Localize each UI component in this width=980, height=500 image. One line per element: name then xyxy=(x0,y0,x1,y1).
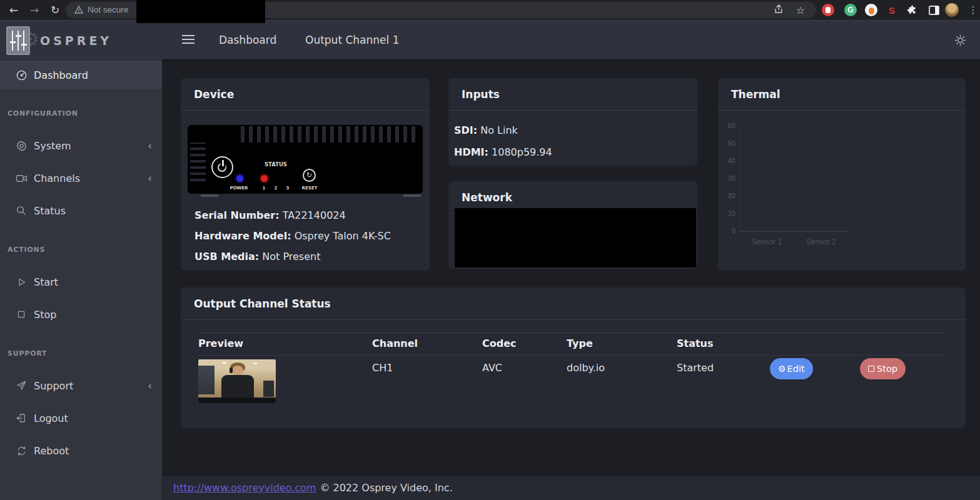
edit-button[interactable]: ⚙ Edit xyxy=(770,358,813,379)
topnav-dashboard-link[interactable]: Dashboard xyxy=(219,21,276,59)
field-label: USB Media: xyxy=(194,251,259,262)
share-icon[interactable] xyxy=(774,3,785,14)
gear-icon xyxy=(15,140,28,152)
url-redaction-box xyxy=(136,0,265,23)
brand-logo[interactable]: ⚙ OSPREY CORE xyxy=(0,21,162,61)
device-foot xyxy=(201,194,218,197)
chevron-left-icon: ‹ xyxy=(148,172,152,184)
output-card-title: Output Channel Status xyxy=(181,288,966,320)
field-label: HDMI: xyxy=(454,146,488,158)
send-icon xyxy=(15,380,28,391)
play-icon xyxy=(15,277,28,288)
field-value: TA22140024 xyxy=(283,209,346,221)
device-card: Device STATUS POWER 1 2 3 ↻ RESET xyxy=(181,78,430,271)
field-value: Not Present xyxy=(262,251,320,262)
output-channel-status-card: Output Channel Status Preview Channel Co… xyxy=(181,288,966,428)
panel-led-number: 1 xyxy=(260,186,268,191)
device-usb-row: USB Media: Not Present xyxy=(194,246,391,267)
extension-seo-icon[interactable]: S xyxy=(886,4,898,16)
footer-copyright: © 2022 Osprey Video, Inc. xyxy=(320,482,452,494)
sidebar-item-reboot[interactable]: Reboot xyxy=(0,436,162,465)
field-label: Serial Number: xyxy=(194,209,280,221)
panel-reset-label: RESET xyxy=(296,186,323,191)
hamburger-menu-icon[interactable] xyxy=(182,35,194,46)
inputs-fields: SDI: No Link HDMI: 1080p59.94 xyxy=(454,119,552,163)
cell-type: dolby.io xyxy=(567,362,605,374)
field-value: No Link xyxy=(480,124,518,136)
y-tick: 60 xyxy=(719,122,735,129)
column-header-channel: Channel xyxy=(372,338,418,349)
device-card-title: Device xyxy=(181,78,430,111)
device-vents xyxy=(241,126,420,142)
content: Device STATUS POWER 1 2 3 ↻ RESET xyxy=(162,61,980,500)
topnav-output-channel-link[interactable]: Output Channel 1 xyxy=(305,21,399,59)
sidebar-item-system[interactable]: System ‹ xyxy=(0,131,162,160)
browser-toolbar: ← → ↻ Not secure ☆ G S ⋮ xyxy=(0,0,980,21)
reboot-icon xyxy=(15,446,28,456)
panel-led-number: 2 xyxy=(272,186,280,191)
screen: ← → ↻ Not secure ☆ G S ⋮ ⚙ OSPR xyxy=(0,0,980,500)
app: ⚙ OSPREY CORE Dashboard Output Channel 1… xyxy=(0,21,980,500)
y-tick: 50 xyxy=(719,139,735,147)
column-header-preview: Preview xyxy=(198,338,243,349)
not-secure-label[interactable]: Not secure xyxy=(88,2,128,18)
sidebar-item-label: Channels xyxy=(34,172,80,184)
device-model-row: Hardware Model: Osprey Talon 4K-SC xyxy=(194,226,391,246)
y-tick: 40 xyxy=(719,157,735,164)
extension-egg-icon[interactable] xyxy=(865,4,877,16)
gear-icon: ⚙ xyxy=(778,364,786,374)
inputs-card: Inputs SDI: No Link HDMI: 1080p59.94 xyxy=(448,78,697,166)
bookmark-star-icon[interactable]: ☆ xyxy=(793,0,808,20)
panel-led-number: 3 xyxy=(284,186,291,191)
extension-adblock-icon[interactable] xyxy=(822,4,834,16)
cell-channel: CH1 xyxy=(372,362,393,374)
power-led-blue xyxy=(236,175,243,182)
browser-profile-avatar[interactable] xyxy=(945,3,959,17)
sidebar-item-label: Status xyxy=(34,205,66,217)
video-camera-icon xyxy=(15,172,28,184)
column-header-status: Status xyxy=(677,338,714,349)
browser-menu-icon[interactable]: ⋮ xyxy=(966,0,980,20)
sidebar-section-support: SUPPORT xyxy=(8,349,47,358)
network-redaction-box xyxy=(455,208,696,268)
edit-button-label: Edit xyxy=(787,364,805,374)
device-foot xyxy=(403,194,421,197)
chevron-left-icon: ‹ xyxy=(148,139,152,152)
stop-square-icon xyxy=(15,309,28,319)
sidebar-item-stop[interactable]: Stop xyxy=(0,300,162,329)
device-serial-row: Serial Number: TA22140024 xyxy=(194,205,391,226)
sidebar-section-configuration: CONFIGURATION xyxy=(8,109,78,118)
stop-button[interactable]: Stop xyxy=(860,358,906,379)
network-card: Network I : xyxy=(448,181,697,269)
extensions-puzzle-icon[interactable] xyxy=(906,4,918,16)
device-reset-button-icon: ↻ xyxy=(303,169,316,182)
forward-icon[interactable]: → xyxy=(27,0,42,20)
search-icon xyxy=(15,205,28,216)
sidebar-item-logout[interactable]: Logout xyxy=(0,404,162,432)
field-value: 1080p59.94 xyxy=(492,146,552,158)
sidebar-item-label: Dashboard xyxy=(34,69,88,81)
x-tick-sensor-2: Sensor 2 xyxy=(796,238,846,246)
reload-icon[interactable]: ↻ xyxy=(48,0,63,20)
device-vents xyxy=(190,142,206,181)
status-led-1-red xyxy=(261,175,268,182)
sidebar-item-support[interactable]: Support ‹ xyxy=(0,371,162,400)
logo-sliders-icon xyxy=(6,26,30,55)
footer-website-link[interactable]: http://www.ospreyvideo.com xyxy=(173,482,316,494)
extension-grammarly-icon[interactable]: G xyxy=(844,4,857,16)
sdi-input-row: SDI: No Link xyxy=(454,119,552,141)
preview-thumbnail xyxy=(198,359,276,403)
sidebar-item-label: Logout xyxy=(34,412,68,424)
sidebar-item-start[interactable]: Start xyxy=(0,268,162,296)
theme-toggle-sun-icon[interactable] xyxy=(954,34,966,46)
field-value: Osprey Talon 4K-SC xyxy=(295,230,391,242)
device-power-button-icon xyxy=(211,156,233,178)
side-panel-icon[interactable] xyxy=(927,4,940,16)
app-header: Dashboard Output Channel 1 xyxy=(162,21,980,61)
column-header-type: Type xyxy=(567,338,593,349)
sidebar-item-channels[interactable]: Channels ‹ xyxy=(0,164,162,192)
sidebar-item-status[interactable]: Status xyxy=(0,196,162,225)
table-border xyxy=(198,332,948,333)
sidebar-item-dashboard[interactable]: Dashboard xyxy=(0,61,162,89)
back-icon[interactable]: ← xyxy=(6,0,21,20)
